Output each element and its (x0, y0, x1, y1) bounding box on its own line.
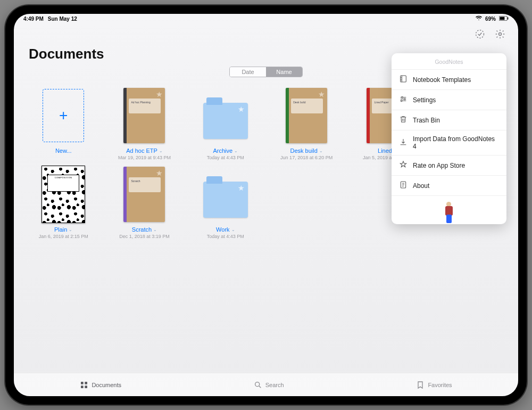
chevron-down-icon: ⌄ (69, 227, 72, 232)
sort-segmented: Date Name (229, 67, 303, 77)
document-thumbnail: + (40, 87, 86, 144)
screen: 4:49 PM Sun May 12 69% Document (14, 14, 518, 396)
tab-documents[interactable]: Documents (80, 381, 121, 389)
document-name[interactable]: Scratch⌄ (132, 226, 157, 233)
battery-percent: 69% (485, 16, 496, 22)
menu-item-label: Notebook Templates (413, 76, 471, 84)
composition-cover (41, 166, 85, 223)
document-thumbnail: ★Ad hoc Planning (121, 87, 167, 144)
notebook-cover: ★Scratch (123, 167, 165, 222)
document-item[interactable]: ★ScratchScratch⌄Dec 1, 2018 at 3:19 PM (105, 166, 183, 239)
chevron-down-icon: ⌄ (159, 149, 163, 153)
status-date: Sun May 12 (48, 16, 77, 22)
chevron-down-icon: ⌄ (231, 227, 235, 232)
svg-point-6 (402, 96, 403, 98)
svg-rect-10 (81, 382, 84, 384)
svg-rect-11 (85, 382, 88, 384)
wifi-icon (476, 15, 482, 22)
tab-favorites-label: Favorites (428, 382, 452, 388)
tab-search[interactable]: Search (254, 381, 284, 389)
templates-icon (399, 75, 408, 85)
popover-title: GoodNotes (392, 53, 506, 69)
document-item[interactable]: ★Work⌄Today at 4:43 PM (187, 166, 264, 239)
import-icon (399, 138, 408, 148)
menu-item-label: Import Data from GoodNotes 4 (413, 135, 499, 150)
menu-item-sliders[interactable]: Settings (392, 89, 506, 110)
toolbar (14, 23, 518, 45)
gear-icon[interactable] (495, 29, 505, 39)
menu-item-star[interactable]: Rate on App Store (392, 155, 506, 175)
document-name[interactable]: Archive⌄ (213, 147, 238, 154)
menu-item-doc[interactable]: About (392, 175, 506, 195)
settings-popover: GoodNotes Notebook TemplatesSettingsTras… (392, 53, 506, 224)
svg-rect-12 (81, 386, 84, 388)
svg-rect-1 (500, 17, 504, 20)
illustration-person (444, 202, 454, 224)
document-item[interactable]: ★Desk buildDesk build⌄Jun 17, 2018 at 6:… (268, 87, 345, 160)
trash-icon (399, 115, 408, 125)
document-thumbnail: ★Desk build (284, 87, 329, 144)
sort-name[interactable]: Name (266, 67, 302, 77)
svg-point-7 (404, 99, 405, 100)
document-name[interactable]: Ad hoc ETP⌄ (126, 147, 163, 154)
menu-item-label: Trash Bin (413, 117, 440, 124)
notebook-cover: ★Desk build (286, 88, 327, 143)
document-thumbnail (40, 166, 86, 223)
battery-icon (499, 16, 509, 22)
document-date: Jun 17, 2018 at 6:20 PM (280, 155, 332, 160)
popover-footer (392, 195, 506, 224)
chevron-down-icon: ⌄ (234, 149, 238, 153)
svg-rect-2 (508, 17, 508, 19)
document-thumbnail: ★ (203, 87, 248, 144)
svg-rect-5 (401, 76, 406, 82)
notebook-cover: ★Ad hoc Planning (123, 88, 165, 143)
svg-point-4 (499, 33, 502, 36)
sort-date[interactable]: Date (230, 67, 266, 77)
document-date: Mar 19, 2019 at 9:43 PM (118, 155, 171, 160)
menu-item-import[interactable]: Import Data from GoodNotes 4 (392, 130, 506, 155)
document-thumbnail: ★ (203, 166, 248, 223)
sliders-icon (399, 95, 408, 105)
tab-documents-label: Documents (92, 382, 121, 388)
svg-point-3 (476, 30, 484, 38)
document-item[interactable]: Plain⌄Jan 6, 2019 at 2:15 PM (24, 166, 102, 239)
status-bar: 4:49 PM Sun May 12 69% (14, 14, 518, 23)
folder-icon: ★ (203, 103, 248, 139)
tab-bar: Documents Search Favorites (14, 373, 518, 396)
menu-item-templates[interactable]: Notebook Templates (392, 69, 506, 89)
folder-icon: ★ (203, 182, 248, 218)
star-icon (399, 160, 408, 170)
tab-search-label: Search (265, 382, 284, 388)
document-name[interactable]: New... (55, 147, 72, 154)
document-name[interactable]: Plain⌄ (54, 226, 72, 233)
document-date: Jan 6, 2019 at 2:15 PM (39, 234, 88, 239)
menu-item-label: Rate on App Store (413, 162, 465, 169)
doc-icon (399, 181, 408, 191)
document-date: Today at 4:43 PM (207, 234, 244, 239)
svg-point-14 (255, 382, 259, 386)
document-name[interactable]: Desk build⌄ (290, 147, 322, 154)
document-name[interactable]: Work⌄ (216, 226, 235, 233)
chevron-down-icon: ⌄ (153, 227, 157, 232)
plus-icon: + (43, 89, 84, 142)
document-date: Today at 4:43 PM (207, 155, 244, 160)
document-thumbnail: ★Scratch (121, 166, 167, 223)
select-icon[interactable] (475, 29, 485, 39)
menu-item-trash[interactable]: Trash Bin (392, 110, 506, 130)
chevron-down-icon: ⌄ (319, 149, 323, 153)
document-item[interactable]: ★Ad hoc PlanningAd hoc ETP⌄Mar 19, 2019 … (105, 87, 183, 160)
ipad-frame: 4:49 PM Sun May 12 69% Document (5, 5, 527, 405)
menu-item-label: About (413, 182, 429, 190)
document-date: Dec 1, 2018 at 3:19 PM (119, 234, 170, 239)
svg-point-8 (401, 100, 402, 102)
tab-favorites[interactable]: Favorites (416, 381, 452, 389)
new-document[interactable]: +New... (24, 87, 102, 160)
svg-rect-13 (85, 386, 88, 388)
menu-item-label: Settings (413, 96, 436, 104)
status-time: 4:49 PM (23, 16, 44, 22)
document-item[interactable]: ★Archive⌄Today at 4:43 PM (187, 87, 264, 160)
